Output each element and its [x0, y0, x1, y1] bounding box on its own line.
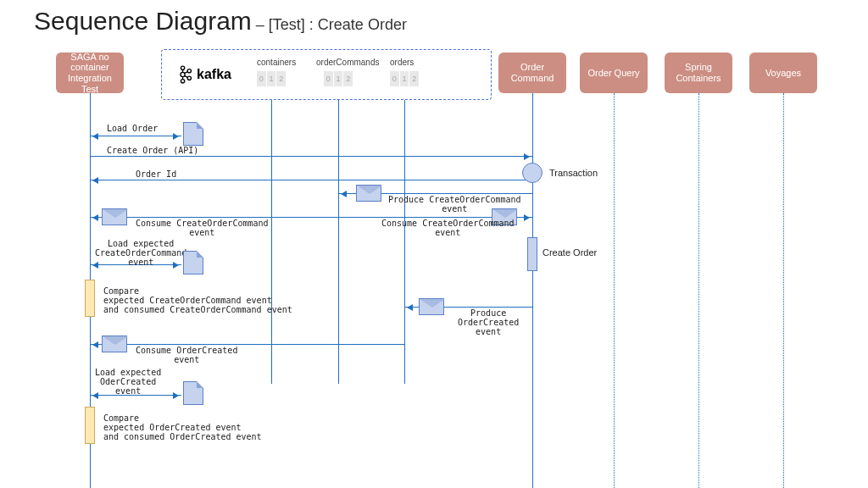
envelope-icon — [419, 298, 444, 315]
participant-spring: Spring Containers — [665, 53, 732, 93]
lifeline-order-command — [532, 93, 533, 488]
envelope-icon — [356, 185, 381, 202]
participant-saga: SAGA no container Integration Test — [56, 53, 124, 93]
svg-line-7 — [185, 72, 188, 74]
note-icon — [183, 251, 203, 274]
note-icon — [183, 381, 203, 405]
label-load-expected-cmd: Load expected CreateOrderCommand event — [95, 239, 186, 267]
topic-containers-partitions: 012 — [257, 71, 286, 86]
lifeline-order-query — [614, 93, 615, 488]
svg-point-0 — [181, 66, 184, 69]
participant-order-command: Order Command — [498, 53, 566, 93]
arrow-consume-order-created — [90, 344, 404, 345]
label-compare-cmd: Compare expected CreateOrderCommand even… — [103, 286, 292, 314]
topic-ordercommands-partitions: 012 — [324, 71, 353, 86]
label-create-order-api: Create Order (API) — [107, 146, 198, 155]
lifeline-topic-containers — [271, 100, 272, 384]
topic-orders-label: orders — [390, 58, 414, 67]
transaction-circle-icon — [522, 163, 542, 183]
activation-compare-oc — [85, 407, 95, 444]
topic-ordercommands-label: orderCommands — [316, 58, 379, 67]
arrow-order-id — [90, 180, 532, 180]
label-load-expected-oc: Load expected OderCreated event — [95, 368, 161, 396]
participant-voyages: Voyages — [749, 53, 817, 93]
kafka-icon — [178, 64, 193, 85]
lifeline-voyages — [783, 93, 784, 488]
arrow-load-order — [90, 136, 181, 136]
label-consume-cmd-order: Consume CreateOrderCommand event — [381, 219, 515, 237]
label-create-order-box: Create Order — [542, 247, 597, 258]
topic-containers-label: containers — [257, 58, 296, 67]
lifeline-spring — [698, 93, 699, 488]
note-icon — [183, 122, 203, 146]
kafka-logo-text: kafka — [197, 67, 231, 82]
label-consume-order-created: Consume OrderCreated event — [136, 346, 237, 364]
label-produce-order-created: Produce OrderCreated event — [458, 308, 519, 336]
diagram-title: Sequence Diagram – [Test] : Create Order — [34, 7, 407, 36]
label-transaction: Transaction — [549, 168, 598, 178]
activation-compare-cmd — [85, 280, 95, 317]
title-main: Sequence Diagram — [34, 7, 252, 35]
label-order-id: Order Id — [136, 169, 176, 179]
sequence-diagram: Sequence Diagram – [Test] : Create Order… — [0, 0, 868, 488]
envelope-icon — [102, 208, 127, 225]
label-compare-oc: Compare expected OrderCreated event and … — [103, 413, 262, 441]
title-sub: – [Test] : Create Order — [252, 16, 407, 33]
topic-orders-partitions: 012 — [390, 71, 419, 86]
envelope-icon — [102, 336, 127, 352]
svg-point-1 — [181, 72, 185, 76]
label-load-order: Load Order — [107, 124, 158, 133]
lifeline-topic-orders — [404, 100, 405, 384]
svg-line-8 — [185, 76, 188, 78]
activation-create-order — [527, 237, 537, 271]
participant-order-query: Order Query — [580, 53, 648, 93]
lifeline-topic-ordercommands — [338, 100, 339, 384]
svg-point-2 — [181, 80, 184, 83]
arrow-create-order-api — [90, 156, 532, 157]
kafka-logo: kafka — [178, 64, 231, 85]
label-consume-cmd-saga: Consume CreateOrderCommand event — [136, 219, 269, 237]
